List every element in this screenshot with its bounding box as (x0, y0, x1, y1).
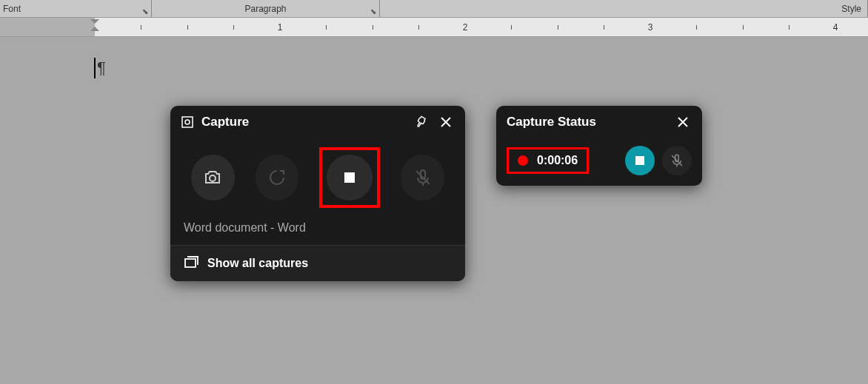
mic-toggle-button[interactable] (662, 146, 692, 175)
mic-off-icon (413, 168, 433, 187)
ruler-number: 3 (648, 22, 653, 33)
highlight-annotation (319, 147, 380, 208)
gallery-icon (184, 255, 198, 272)
stop-icon (343, 171, 356, 184)
record-last-button[interactable] (256, 155, 299, 201)
capture-status-panel: Capture Status 0:00:06 (496, 106, 702, 186)
mic-off-icon (670, 153, 684, 168)
text-cursor: ¶ (94, 58, 106, 78)
recording-dot-icon (518, 155, 528, 166)
ruler-number: 1 (278, 22, 283, 33)
close-icon (677, 116, 689, 128)
dialog-launcher-icon[interactable]: ⬊ (370, 7, 376, 16)
ribbon-group-style[interactable]: Style (380, 0, 868, 17)
document-area[interactable]: ¶ Capture (0, 37, 868, 384)
close-icon (440, 116, 452, 128)
close-button[interactable] (437, 113, 455, 131)
ruler-track (0, 18, 868, 36)
pin-icon (414, 115, 427, 129)
ribbon-style-label: Style (841, 4, 861, 14)
show-all-captures-label: Show all captures (207, 257, 308, 270)
ribbon-font-label: Font (3, 4, 21, 14)
status-panel-title: Capture Status (507, 115, 667, 129)
capture-panel: Capture Word document - (170, 106, 465, 281)
capture-panel-header: Capture (170, 106, 465, 138)
dialog-launcher-icon[interactable]: ⬊ (142, 7, 148, 16)
stop-recording-button[interactable] (327, 155, 373, 201)
capture-target-label: Word document - Word (170, 214, 465, 245)
stop-icon (635, 155, 645, 166)
svg-rect-6 (635, 156, 644, 165)
pilcrow-icon: ¶ (97, 58, 106, 78)
svg-rect-0 (182, 117, 193, 127)
camera-icon (203, 168, 222, 187)
show-all-captures-button[interactable]: Show all captures (170, 245, 465, 281)
refresh-icon (267, 168, 287, 187)
ribbon-group-paragraph[interactable]: Paragraph ⬊ (152, 0, 380, 17)
indent-marker[interactable] (90, 18, 99, 27)
ruler-number: 4 (833, 22, 838, 33)
capture-button-row (170, 138, 465, 214)
stop-recording-button[interactable] (625, 146, 655, 175)
mic-toggle-button[interactable] (401, 155, 444, 201)
svg-point-1 (185, 120, 190, 124)
horizontal-ruler[interactable]: 1 2 3 4 (0, 18, 868, 37)
recording-indicator: 0:00:06 (507, 147, 589, 174)
status-panel-header: Capture Status (496, 106, 702, 138)
svg-point-2 (210, 175, 216, 181)
capture-panel-title: Capture (201, 115, 404, 129)
close-button[interactable] (674, 113, 692, 131)
status-body: 0:00:06 (496, 138, 702, 186)
svg-rect-5 (185, 259, 196, 267)
capture-logo-icon (181, 115, 194, 129)
recording-timer: 0:00:06 (537, 154, 578, 167)
ruler-number: 2 (463, 22, 468, 33)
screenshot-button[interactable] (191, 155, 235, 201)
ribbon-group-font[interactable]: Font ⬊ (0, 0, 152, 17)
ribbon-group-labels: Font ⬊ Paragraph ⬊ Style (0, 0, 868, 18)
ribbon-paragraph-label: Paragraph (244, 4, 286, 14)
svg-rect-3 (344, 172, 355, 183)
pin-button[interactable] (412, 113, 430, 131)
